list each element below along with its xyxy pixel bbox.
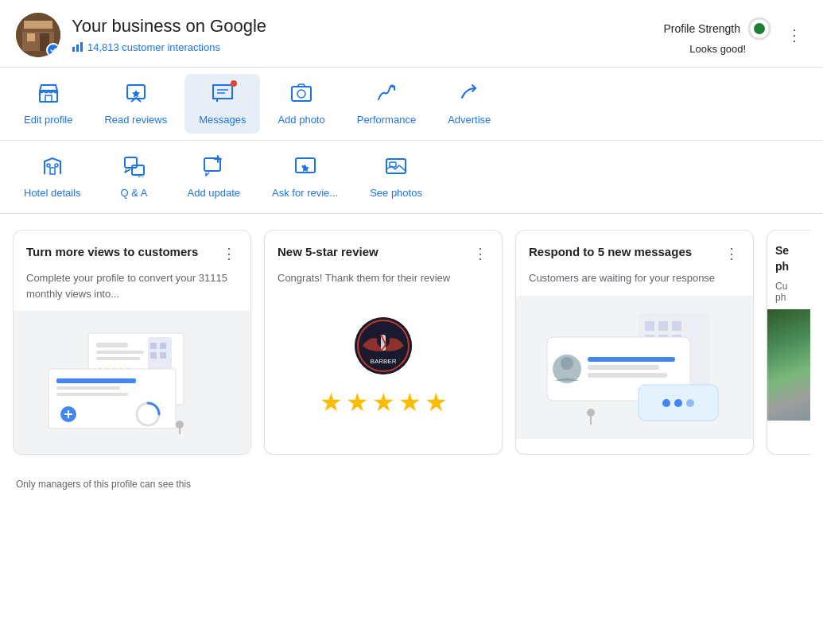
svg-text:BARBER: BARBER [371,358,397,365]
card1-description: Complete your profile to convert your 31… [14,270,250,311]
svg-rect-68 [588,357,675,362]
header-right: Profile Strength Looks good! ⋮ [664,16,808,55]
nav-row-1: Edit profile Read reviews Messages [0,68,823,141]
card4-title: Seph [775,243,810,274]
card4-desc: Cuph [767,281,810,309]
add-update-icon [203,155,225,182]
card3-header: Respond to 5 new messages ⋮ [516,231,753,270]
card2-header: New 5-star review ⋮ [265,231,502,270]
nav-qa[interactable]: Q & A [99,147,170,207]
qa-label: Q & A [121,187,148,199]
review-stars: ★ ★ ★ ★ ★ [320,387,448,417]
advertise-label: Advertise [448,114,491,126]
header-subtitle: 14,813 customer interactions [72,40,664,55]
card1-menu-button[interactable]: ⋮ [220,243,238,264]
svg-rect-5 [24,21,52,29]
avatar[interactable] [16,13,60,57]
nav-performance[interactable]: Performance [343,74,430,134]
star-1: ★ [320,387,343,417]
nav-read-reviews[interactable]: Read reviews [90,74,181,134]
cards-section: Turn more views to customers ⋮ Complete … [0,214,823,471]
svg-point-21 [47,164,50,167]
card2-description: Congrats! Thank them for their review [265,270,502,296]
svg-rect-70 [588,373,667,378]
footer: Only managers of this profile can see th… [0,471,823,498]
nav-add-photo[interactable]: Add photo [263,74,339,134]
nav-advertise[interactable]: Advertise [433,74,505,134]
svg-rect-18 [292,87,311,101]
svg-rect-23 [125,157,137,168]
svg-point-72 [662,399,670,407]
nav-row-2: Hotel details Q & A Add update [0,141,823,214]
read-reviews-label: Read reviews [104,114,167,126]
profile-strength-label: Profile Strength [664,22,741,35]
advertise-icon [458,82,480,109]
card-new-review: New 5-star review ⋮ Congrats! Thank them… [264,230,503,455]
svg-point-67 [561,357,573,370]
card-views-to-customers: Turn more views to customers ⋮ Complete … [13,230,251,455]
page-title: Your business on Google [72,15,664,38]
star-5: ★ [425,387,448,417]
card2-menu-button[interactable]: ⋮ [472,243,489,264]
nav-hotel-details[interactable]: Hotel details [10,147,95,207]
reviewer-avatar: BARBER [355,317,412,374]
svg-rect-2 [27,33,35,41]
star-3: ★ [372,387,395,417]
card1-image: ★★★★★ [14,311,250,454]
hotel-details-label: Hotel details [24,187,81,199]
card2-title: New 5-star review [278,243,465,260]
looks-good-label: Looks good! [689,43,746,55]
svg-point-22 [55,164,58,167]
svg-point-11 [754,23,765,34]
messages-badge [231,80,237,87]
profile-strength-row: Profile Strength [664,16,773,41]
svg-rect-41 [150,352,157,359]
svg-rect-46 [56,393,128,396]
star-4: ★ [398,387,421,417]
card2-image: BARBER ★ ★ ★ ★ ★ [265,296,502,439]
nav-see-photos[interactable]: See photos [355,147,437,207]
header: Your business on Google 14,813 customer … [0,0,823,68]
nav-edit-profile[interactable]: Edit profile [10,74,87,134]
svg-rect-13 [45,95,52,102]
svg-rect-61 [672,321,681,331]
svg-rect-35 [96,357,140,360]
svg-rect-24 [132,165,144,175]
interactions-link[interactable]: 14,813 customer interactions [87,41,220,53]
ask-review-label: Ask for revie... [272,187,338,199]
card1-header: Turn more views to customers ⋮ [14,231,250,270]
card4-image [767,309,810,421]
star-2: ★ [346,387,369,417]
strength-circle [747,16,772,41]
performance-label: Performance [357,114,416,126]
card3-menu-button[interactable]: ⋮ [723,243,740,264]
svg-rect-15 [213,85,232,99]
card3-title: Respond to 5 new messages [529,243,716,260]
header-title-block: Your business on Google 14,813 customer … [72,15,664,55]
bar-chart-icon [72,40,84,55]
nav-messages[interactable]: Messages [184,74,260,134]
svg-rect-45 [56,386,120,390]
footer-text: Only managers of this profile can see th… [16,479,191,490]
svg-rect-69 [588,365,659,370]
svg-rect-42 [160,352,166,359]
add-update-label: Add update [188,187,241,199]
hotel-icon [41,155,64,182]
svg-rect-6 [72,47,75,52]
ask-review-icon [294,155,316,182]
svg-point-73 [674,399,682,407]
performance-icon [375,82,398,109]
svg-rect-59 [645,321,654,331]
svg-rect-7 [76,45,79,52]
store-icon [37,82,60,109]
svg-rect-8 [80,42,83,52]
svg-rect-33 [96,343,128,347]
nav-add-update[interactable]: Add update [173,147,255,207]
svg-rect-40 [160,343,166,349]
qa-icon [123,155,146,182]
more-options-button[interactable]: ⋮ [782,22,807,48]
edit-profile-label: Edit profile [24,114,72,126]
svg-point-74 [686,399,694,407]
card4-header: Seph [767,231,810,281]
nav-ask-review[interactable]: Ask for revie... [258,147,352,207]
